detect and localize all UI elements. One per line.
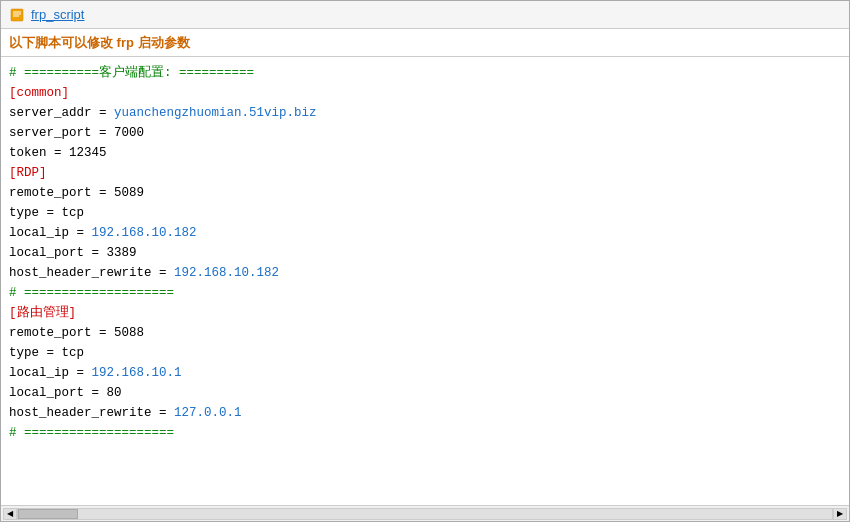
- code-line: [路由管理]: [9, 303, 841, 323]
- code-line: remote_port = 5088: [9, 323, 841, 343]
- title-bar: frp_script: [1, 1, 849, 29]
- scroll-right-button[interactable]: ▶: [833, 508, 847, 520]
- scroll-left-button[interactable]: ◀: [3, 508, 17, 520]
- code-line: remote_port = 5089: [9, 183, 841, 203]
- code-line: # ====================: [9, 283, 841, 303]
- main-window: frp_script 以下脚本可以修改 frp 启动参数 # =========…: [0, 0, 850, 522]
- code-line: token = 12345: [9, 143, 841, 163]
- code-line: local_ip = 192.168.10.1: [9, 363, 841, 383]
- script-icon: [9, 7, 25, 23]
- scrollbar-thumb[interactable]: [18, 509, 78, 519]
- code-line: local_port = 80: [9, 383, 841, 403]
- subtitle-bar: 以下脚本可以修改 frp 启动参数: [1, 29, 849, 57]
- code-line: # ====================: [9, 423, 841, 443]
- code-line: server_addr = yuanchengzhuomian.51vip.bi…: [9, 103, 841, 123]
- code-line: host_header_rewrite = 127.0.0.1: [9, 403, 841, 423]
- horizontal-scrollbar[interactable]: ◀ ▶: [1, 505, 849, 521]
- window-title: frp_script: [31, 7, 84, 22]
- code-line: # ==========客户端配置: ==========: [9, 63, 841, 83]
- code-line: [common]: [9, 83, 841, 103]
- code-line: type = tcp: [9, 203, 841, 223]
- code-line: type = tcp: [9, 343, 841, 363]
- code-line: local_port = 3389: [9, 243, 841, 263]
- code-line: server_port = 7000: [9, 123, 841, 143]
- subtitle-text: 以下脚本可以修改 frp 启动参数: [9, 34, 190, 52]
- svg-rect-0: [11, 9, 23, 21]
- scrollbar-track[interactable]: [17, 508, 833, 520]
- code-line: local_ip = 192.168.10.182: [9, 223, 841, 243]
- code-line: host_header_rewrite = 192.168.10.182: [9, 263, 841, 283]
- code-line: [RDP]: [9, 163, 841, 183]
- code-editor[interactable]: # ==========客户端配置: ==========[common]ser…: [1, 57, 849, 505]
- content-area: # ==========客户端配置: ==========[common]ser…: [1, 57, 849, 505]
